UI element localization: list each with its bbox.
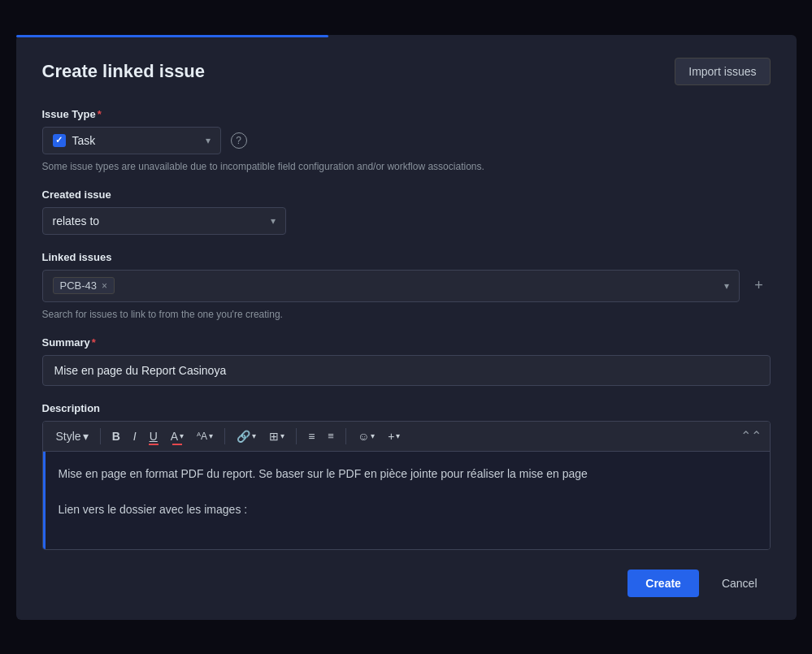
- issue-type-label: Issue Type*: [42, 108, 771, 120]
- linked-issues-container: PCB-43 × ▾ +: [42, 270, 771, 302]
- more-options-button[interactable]: + ▾: [383, 427, 405, 446]
- editor-wrapper: Style ▾ B I U A ▾: [42, 421, 771, 550]
- font-color-bar: [172, 444, 182, 445]
- font-size-chevron-icon: ▾: [209, 431, 213, 440]
- toolbar-divider-1: [100, 428, 101, 444]
- style-dropdown-button[interactable]: Style ▾: [51, 427, 93, 446]
- table-button[interactable]: ⊞ ▾: [264, 427, 289, 446]
- more-icon: +: [388, 430, 394, 443]
- created-issue-section: Created issue relates to ▾: [42, 188, 771, 235]
- bullet-list-button[interactable]: ≡: [303, 427, 319, 446]
- summary-section: Summary*: [42, 336, 771, 386]
- editor-collapse-button[interactable]: ⌃⌃: [740, 428, 762, 444]
- linked-issues-input[interactable]: PCB-43 × ▾: [42, 270, 740, 302]
- toolbar-divider-3: [296, 428, 297, 444]
- font-size-button[interactable]: ᴬA ▾: [192, 427, 218, 445]
- emoji-icon: ☺: [358, 430, 369, 443]
- import-issues-button[interactable]: Import issues: [675, 58, 770, 85]
- link-button[interactable]: 🔗 ▾: [232, 427, 261, 446]
- chevron-down-icon: ▾: [206, 135, 211, 146]
- numbered-list-icon: ≡: [328, 430, 334, 442]
- create-button[interactable]: Create: [627, 570, 699, 597]
- issue-type-select[interactable]: Task ▾: [42, 127, 221, 154]
- description-label: Description: [42, 402, 771, 414]
- bold-button[interactable]: B: [107, 427, 125, 446]
- created-issue-select[interactable]: relates to ▾: [42, 207, 286, 235]
- description-editor[interactable]: Mise en page en format PDF du report. Se…: [43, 452, 770, 549]
- progress-bar: [16, 35, 797, 37]
- more-chevron-icon: ▾: [396, 431, 400, 440]
- modal-footer: Create Cancel: [42, 570, 771, 597]
- link-chevron-icon: ▾: [252, 431, 256, 440]
- italic-button[interactable]: I: [128, 427, 141, 446]
- description-section: Description Style ▾ B I U A: [42, 402, 771, 550]
- linked-issues-label: Linked issues: [42, 251, 771, 263]
- modal-overlay: Create linked issue Import issues Issue …: [0, 0, 812, 654]
- font-color-button[interactable]: A ▾: [166, 427, 189, 446]
- toolbar-divider-4: [345, 428, 346, 444]
- tag-close-icon[interactable]: ×: [102, 280, 107, 292]
- issue-type-row: Task ▾ ?: [42, 127, 771, 154]
- linked-tag-pcb43: PCB-43 ×: [53, 277, 115, 294]
- issue-type-section: Issue Type* Task ▾ ? Some issue types ar…: [42, 108, 771, 172]
- emoji-chevron-icon: ▾: [371, 431, 375, 440]
- tag-label: PCB-43: [60, 279, 98, 292]
- modal-dialog: Create linked issue Import issues Issue …: [16, 35, 797, 620]
- description-line-1: Mise en page en format PDF du report. Se…: [59, 465, 757, 483]
- modal-header: Create linked issue Import issues: [42, 58, 771, 85]
- editor-toolbar: Style ▾ B I U A ▾: [43, 422, 770, 452]
- numbered-list-button[interactable]: ≡: [323, 427, 339, 445]
- description-line-2: Lien vers le dossier avec les images :: [59, 500, 757, 518]
- linked-issues-section: Linked issues PCB-43 × ▾ + Search for is…: [42, 251, 771, 320]
- summary-required-marker: *: [92, 336, 96, 349]
- task-checkbox-icon: [53, 134, 66, 147]
- modal-title: Create linked issue: [42, 61, 206, 82]
- summary-label: Summary*: [42, 336, 771, 349]
- underline-button[interactable]: U: [145, 427, 163, 446]
- font-color-chevron-icon: ▾: [180, 431, 184, 440]
- link-icon: 🔗: [237, 430, 250, 443]
- add-linked-issue-button[interactable]: +: [748, 275, 771, 297]
- created-issue-label: Created issue: [42, 188, 771, 201]
- table-icon: ⊞: [269, 430, 279, 443]
- required-marker: *: [98, 108, 102, 120]
- linked-issues-chevron-icon: ▾: [724, 280, 729, 292]
- summary-input[interactable]: [42, 355, 771, 386]
- issue-type-value: Task: [72, 134, 199, 147]
- linked-issues-search-hint: Search for issues to link to from the on…: [42, 309, 771, 320]
- created-issue-chevron-icon: ▾: [271, 215, 276, 227]
- underline-color-bar: [149, 444, 158, 445]
- table-chevron-icon: ▾: [280, 431, 284, 440]
- toolbar-divider-2: [224, 428, 225, 444]
- font-size-label: ᴬA: [197, 431, 207, 442]
- bullet-list-icon: ≡: [308, 430, 315, 443]
- emoji-button[interactable]: ☺ ▾: [353, 427, 380, 446]
- created-issue-value: relates to: [53, 214, 100, 227]
- issue-type-hint: Some issue types are unavailable due to …: [42, 161, 771, 172]
- help-icon[interactable]: ?: [231, 132, 247, 149]
- cancel-button[interactable]: Cancel: [709, 570, 771, 597]
- style-chevron-icon: ▾: [83, 430, 89, 443]
